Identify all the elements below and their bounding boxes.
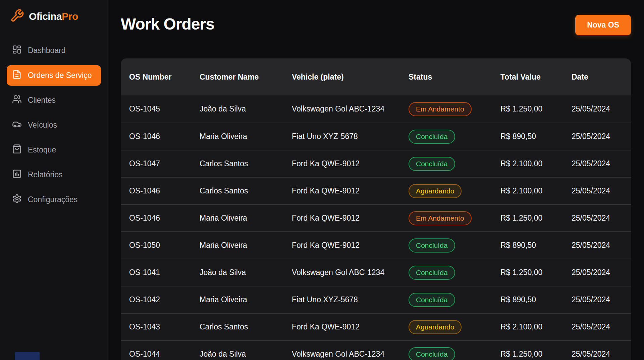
cell-os-number: OS-1042 — [129, 295, 200, 304]
car-icon — [12, 119, 22, 131]
sidebar-item-label: Clientes — [28, 96, 56, 105]
cell-vehicle-plate: Ford Ka QWE-9012 — [292, 186, 409, 195]
cell-status: Concluída — [409, 238, 500, 253]
cell-status: Em Andamento — [409, 211, 500, 225]
report-icon — [12, 169, 22, 181]
dashboard-icon — [12, 45, 22, 56]
cell-date: 25/05/2024 — [572, 159, 631, 168]
cell-os-number: OS-1046 — [129, 186, 200, 195]
table-row[interactable]: OS-1043Carlos SantosFord Ka QWE-9012Agua… — [121, 313, 631, 340]
status-badge: Concluída — [409, 266, 455, 280]
cell-os-number: OS-1045 — [129, 104, 200, 114]
cell-os-number: OS-1044 — [129, 350, 200, 359]
table-row[interactable]: OS-1041João da SilvaVolkswagen Gol ABC-1… — [121, 259, 631, 286]
cell-customer-name: Maria Oliveira — [200, 132, 292, 141]
cell-customer-name: João da Silva — [200, 104, 292, 114]
column-header-total-value: Total Value — [500, 73, 572, 82]
status-badge: Concluída — [409, 347, 455, 360]
cell-customer-name: Carlos Santos — [200, 159, 292, 168]
cell-os-number: OS-1047 — [129, 159, 200, 168]
status-badge: Concluída — [409, 293, 455, 307]
page-header: Work Orders Nova OS — [121, 15, 631, 35]
cell-total-value: R$ 1.250,00 — [500, 268, 572, 277]
cell-total-value: R$ 890,50 — [500, 295, 572, 304]
cell-os-number: OS-1043 — [129, 322, 200, 331]
cell-vehicle-plate: Fiat Uno XYZ-5678 — [292, 295, 409, 304]
cell-total-value: R$ 2.100,00 — [500, 322, 572, 331]
table-row[interactable]: OS-1046Maria OliveiraFiat Uno XYZ-5678Co… — [121, 123, 631, 150]
cell-total-value: R$ 1.250,00 — [500, 104, 572, 114]
cell-vehicle-plate: Fiat Uno XYZ-5678 — [292, 132, 409, 141]
sidebar-item-label: Estoque — [28, 145, 56, 154]
cell-date: 25/05/2024 — [572, 214, 631, 223]
cell-customer-name: Carlos Santos — [200, 322, 292, 331]
cell-date: 25/05/2024 — [572, 295, 631, 304]
sidebar: OficinaPro DashboardOrdens de ServiçoCli… — [0, 0, 108, 360]
sidebar-item-relatorios[interactable]: Relatórios — [7, 165, 101, 185]
wrench-icon — [10, 9, 24, 24]
cell-date: 25/05/2024 — [572, 104, 631, 114]
new-os-button[interactable]: Nova OS — [575, 15, 631, 35]
table-row[interactable]: OS-1046Maria OliveiraFord Ka QWE-9012Em … — [121, 204, 631, 231]
sidebar-nav: DashboardOrdens de ServiçoClientesVeícul… — [7, 40, 101, 210]
table-row[interactable]: OS-1044João da SilvaVolkswagen Gol ABC-1… — [121, 340, 631, 360]
sidebar-item-clientes[interactable]: Clientes — [7, 90, 101, 110]
work-order-icon — [12, 70, 22, 81]
sidebar-item-ordens-de-servico[interactable]: Ordens de Serviço — [7, 65, 101, 86]
column-header-os-number: OS Number — [129, 73, 200, 82]
cell-status: Concluída — [409, 130, 500, 144]
work-orders-table: OS NumberCustomer NameVehicle (plate)Sta… — [121, 58, 631, 360]
column-header-status: Status — [409, 73, 500, 82]
cell-status: Aguardando — [409, 184, 500, 198]
cell-customer-name: Maria Oliveira — [200, 214, 292, 223]
sidebar-item-label: Ordens de Serviço — [28, 71, 92, 80]
sidebar-item-dashboard[interactable]: Dashboard — [7, 40, 101, 61]
cell-customer-name: João da Silva — [200, 268, 292, 277]
status-badge: Aguardando — [409, 184, 462, 198]
sidebar-item-estoque[interactable]: Estoque — [7, 140, 101, 160]
cell-os-number: OS-1041 — [129, 268, 200, 277]
table-row[interactable]: OS-1042Maria OliveiraFiat Uno XYZ-5678Co… — [121, 286, 631, 313]
column-header-vehicle-plate-: Vehicle (plate) — [292, 73, 409, 82]
cell-vehicle-plate: Volkswagen Gol ABC-1234 — [292, 104, 409, 114]
status-badge: Em Andamento — [409, 102, 472, 116]
cell-date: 25/05/2024 — [572, 241, 631, 250]
cell-date: 25/05/2024 — [572, 132, 631, 141]
cell-customer-name: Maria Oliveira — [200, 241, 292, 250]
cell-status: Concluída — [409, 347, 500, 360]
cell-customer-name: Carlos Santos — [200, 186, 292, 195]
gear-icon — [12, 194, 22, 206]
app-logo: OficinaPro — [7, 9, 101, 24]
status-badge: Concluída — [409, 157, 455, 171]
cell-vehicle-plate: Ford Ka QWE-9012 — [292, 241, 409, 250]
table-row[interactable]: OS-1045João da SilvaVolkswagen Gol ABC-1… — [121, 95, 631, 123]
cell-vehicle-plate: Volkswagen Gol ABC-1234 — [292, 268, 409, 277]
cell-vehicle-plate: Ford Ka QWE-9012 — [292, 159, 409, 168]
cell-total-value: R$ 2.100,00 — [500, 159, 572, 168]
sidebar-item-label: Dashboard — [28, 46, 66, 55]
table-row[interactable]: OS-1046Carlos SantosFord Ka QWE-9012Agua… — [121, 177, 631, 204]
table-row[interactable]: OS-1047Carlos SantosFord Ka QWE-9012Conc… — [121, 150, 631, 177]
cell-vehicle-plate: Ford Ka QWE-9012 — [292, 214, 409, 223]
table-body: OS-1045João da SilvaVolkswagen Gol ABC-1… — [121, 95, 631, 360]
cell-status: Concluída — [409, 293, 500, 307]
cell-status: Em Andamento — [409, 102, 500, 116]
cell-total-value: R$ 2.100,00 — [500, 186, 572, 195]
sidebar-item-configuracoes[interactable]: Configurações — [7, 189, 101, 210]
bag-icon — [12, 144, 22, 156]
status-badge: Concluída — [409, 130, 455, 144]
status-badge: Em Andamento — [409, 211, 472, 225]
column-header-date: Date — [572, 73, 631, 82]
table-row[interactable]: OS-1050Maria OliveiraFord Ka QWE-9012Con… — [121, 231, 631, 259]
cell-date: 25/05/2024 — [572, 350, 631, 359]
page-title: Work Orders — [121, 15, 214, 33]
cell-customer-name: Maria Oliveira — [200, 295, 292, 304]
cell-total-value: R$ 1.250,00 — [500, 350, 572, 359]
sidebar-item-veiculos[interactable]: Veículos — [7, 115, 101, 135]
cell-os-number: OS-1046 — [129, 214, 200, 223]
cell-customer-name: João da Silva — [200, 350, 292, 359]
cell-total-value: R$ 890,50 — [500, 241, 572, 250]
cell-date: 25/05/2024 — [572, 322, 631, 331]
table-header-row: OS NumberCustomer NameVehicle (plate)Sta… — [121, 58, 631, 95]
cell-vehicle-plate: Ford Ka QWE-9012 — [292, 322, 409, 331]
